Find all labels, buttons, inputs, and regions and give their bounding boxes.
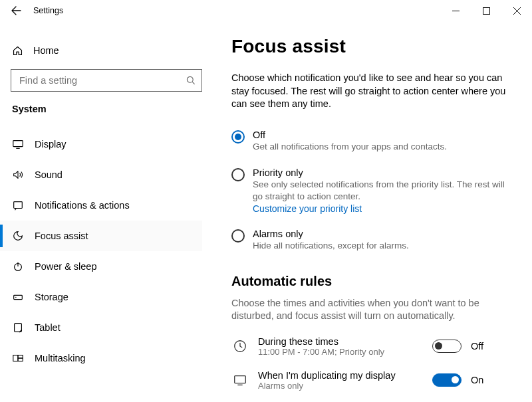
sidebar-item-focus-assist[interactable]: Focus assist xyxy=(0,221,202,251)
radio-label: Priority only xyxy=(253,167,511,178)
customize-priority-list-link[interactable]: Customize your priority list xyxy=(253,203,362,214)
sidebar-item-label: Focus assist xyxy=(25,231,88,241)
focus-assist-radio-group: Off Get all notifications from your apps… xyxy=(231,130,512,252)
svg-point-1 xyxy=(187,76,193,82)
maximize-icon xyxy=(483,7,490,15)
radio-priority-only[interactable]: Priority only See only selected notifica… xyxy=(231,167,512,214)
rule-toggle-duplicating[interactable] xyxy=(432,373,462,387)
radio-label: Off xyxy=(253,130,447,140)
rule-title: During these times xyxy=(258,336,432,347)
focus-assist-icon xyxy=(11,230,25,242)
sidebar-item-label: Power & sleep xyxy=(25,261,97,272)
rule-subtitle: Alarms only xyxy=(258,381,432,391)
automatic-rules-lead: Choose the times and activities when you… xyxy=(231,297,512,323)
maximize-button[interactable] xyxy=(471,0,501,21)
toggle-label: On xyxy=(471,375,483,385)
svg-rect-0 xyxy=(483,7,489,14)
svg-rect-9 xyxy=(18,355,23,359)
radio-description: Hide all notifications, except for alarm… xyxy=(253,240,409,252)
sidebar-item-label: Notifications & actions xyxy=(25,200,130,211)
notifications-icon xyxy=(11,199,25,211)
minimize-button[interactable] xyxy=(440,0,471,21)
search-icon xyxy=(186,75,196,86)
main-content: Focus assist Choose which notification y… xyxy=(213,21,532,402)
radio-indicator xyxy=(231,130,245,144)
svg-rect-3 xyxy=(14,202,23,209)
search-box[interactable] xyxy=(11,69,202,92)
close-button[interactable] xyxy=(501,0,532,21)
page-lead: Choose which notification you'd like to … xyxy=(231,72,512,111)
sidebar-item-label: Sound xyxy=(25,169,63,180)
automatic-rules-heading: Automatic rules xyxy=(231,274,512,289)
sidebar-home[interactable]: Home xyxy=(11,39,202,62)
sidebar-item-power-sleep[interactable]: Power & sleep xyxy=(0,251,202,282)
tablet-icon xyxy=(11,322,25,334)
sidebar-item-label: Multitasking xyxy=(25,353,86,363)
storage-icon xyxy=(11,291,25,303)
radio-indicator xyxy=(231,229,245,243)
sidebar-item-label: Display xyxy=(25,139,66,150)
radio-description: See only selected notifications from the… xyxy=(253,179,511,203)
svg-rect-5 xyxy=(14,295,23,299)
svg-rect-8 xyxy=(13,355,18,361)
sidebar-home-label: Home xyxy=(24,45,59,56)
toggle-label: Off xyxy=(471,341,483,352)
page-title: Focus assist xyxy=(231,36,512,57)
close-icon xyxy=(513,7,521,15)
display-icon xyxy=(231,373,249,387)
svg-rect-12 xyxy=(235,376,246,383)
power-icon xyxy=(11,260,25,272)
home-icon xyxy=(11,45,24,56)
arrow-left-icon xyxy=(11,5,21,16)
rule-duplicating-display[interactable]: When I'm duplicating my display Alarms o… xyxy=(231,370,512,391)
back-button[interactable] xyxy=(8,5,24,16)
radio-indicator xyxy=(231,168,245,181)
sidebar-item-label: Tablet xyxy=(25,322,61,333)
sidebar-item-tablet[interactable]: Tablet xyxy=(0,312,202,343)
radio-alarms-only[interactable]: Alarms only Hide all notifications, exce… xyxy=(231,229,512,252)
sidebar-item-label: Storage xyxy=(25,292,68,302)
sidebar-item-notifications[interactable]: Notifications & actions xyxy=(0,190,202,221)
svg-point-6 xyxy=(15,297,16,298)
window-title: Settings xyxy=(24,6,63,15)
rule-during-these-times[interactable]: During these times 11:00 PM - 7:00 AM; P… xyxy=(231,336,512,357)
radio-description: Get all notifications from your apps and… xyxy=(253,141,447,153)
minimize-icon xyxy=(452,7,460,15)
sidebar-heading: System xyxy=(12,104,202,114)
radio-off[interactable]: Off Get all notifications from your apps… xyxy=(231,130,512,153)
rule-title: When I'm duplicating my display xyxy=(258,370,432,381)
clock-icon xyxy=(231,339,249,353)
multitasking-icon xyxy=(11,352,25,364)
display-icon xyxy=(11,138,25,150)
sidebar-item-sound[interactable]: Sound xyxy=(0,159,202,190)
sidebar-item-multitasking[interactable]: Multitasking xyxy=(0,343,202,373)
sidebar-item-display[interactable]: Display xyxy=(0,129,202,159)
sound-icon xyxy=(11,169,25,181)
rule-subtitle: 11:00 PM - 7:00 AM; Priority only xyxy=(258,347,432,357)
rule-toggle-times[interactable] xyxy=(432,340,462,353)
svg-rect-10 xyxy=(18,358,23,361)
sidebar: Home System Disp xyxy=(0,21,213,402)
sidebar-item-storage[interactable]: Storage xyxy=(0,282,202,312)
radio-label: Alarms only xyxy=(253,229,409,239)
svg-rect-2 xyxy=(13,141,23,147)
search-input[interactable] xyxy=(18,74,186,86)
